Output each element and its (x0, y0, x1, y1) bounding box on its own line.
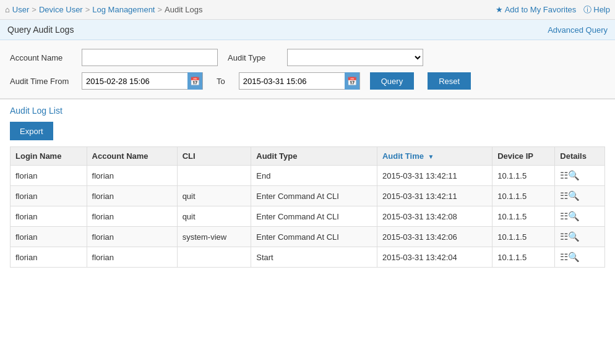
account-name-input[interactable] (82, 49, 218, 66)
topbar: ⌂ User > Device User > Log Management > … (0, 0, 615, 20)
cell-details[interactable]: ☷🔍 (555, 247, 605, 268)
help-icon: ⓘ (583, 4, 591, 15)
table-row: florianflorianquitEnter Command At CLI20… (11, 206, 605, 227)
help-link[interactable]: ⓘ Help (583, 4, 610, 15)
export-button[interactable]: Export (10, 122, 53, 140)
cell-details[interactable]: ☷🔍 (555, 227, 605, 247)
help-label: Help (593, 5, 610, 14)
col-cli: CLI (177, 147, 251, 166)
cell-audit-type: Enter Command At CLI (251, 206, 377, 227)
details-icon[interactable]: ☷🔍 (560, 231, 580, 242)
to-label: To (217, 77, 225, 86)
cell-login-name: florian (11, 247, 87, 268)
audit-time-to-input[interactable] (239, 73, 345, 89)
table-row: florianflorianStart2015-03-31 13:42:0410… (11, 247, 605, 268)
cell-details[interactable]: ☷🔍 (555, 186, 605, 206)
breadcrumb-user[interactable]: User (12, 5, 29, 14)
cell-account-name[interactable]: florian (87, 166, 177, 186)
audit-time-from-input[interactable] (82, 73, 187, 89)
cell-audit-time: 2015-03-31 13:42:06 (377, 227, 492, 247)
audit-type-select[interactable]: Start End Enter Command At CLI (287, 49, 423, 66)
filter-row-1: Account Name Audit Type Start End Enter … (10, 49, 605, 66)
cell-login-name: florian (11, 186, 87, 206)
filter-section: Account Name Audit Type Start End Enter … (0, 40, 615, 99)
query-button[interactable]: Query (370, 72, 414, 90)
table-row: florianflorianEnd2015-03-31 13:42:1110.1… (11, 166, 605, 186)
calendar-to-btn[interactable]: 📅 (345, 72, 359, 90)
details-icon[interactable]: ☷🔍 (560, 252, 580, 263)
cell-device-ip[interactable]: 10.1.1.5 (492, 166, 555, 186)
col-login-name: Login Name (11, 147, 87, 166)
table-header: Login Name Account Name CLI Audit Type A… (11, 147, 605, 166)
audit-time-from-wrap: 📅 (82, 72, 203, 90)
cell-audit-type: Enter Command At CLI (251, 186, 377, 206)
cell-device-ip[interactable]: 10.1.1.5 (492, 206, 555, 227)
col-device-ip: Device IP (492, 147, 555, 166)
add-favorites[interactable]: ★ Add to My Favorites (496, 5, 577, 14)
cell-audit-type: Enter Command At CLI (251, 227, 377, 247)
advanced-query-link[interactable]: Advanced Query (548, 25, 608, 35)
list-title: Audit Log List (10, 106, 605, 116)
cell-audit-time: 2015-03-31 13:42:11 (377, 166, 492, 186)
page-header: Query Audit Logs Advanced Query (0, 20, 615, 40)
details-icon[interactable]: ☷🔍 (560, 190, 580, 201)
col-account-name: Account Name (87, 147, 177, 166)
cell-cli (177, 247, 251, 268)
cell-audit-time: 2015-03-31 13:42:11 (377, 186, 492, 206)
calendar-from-btn[interactable]: 📅 (187, 72, 202, 90)
cell-device-ip[interactable]: 10.1.1.5 (492, 227, 555, 247)
breadcrumb-log-management[interactable]: Log Management (92, 5, 155, 14)
breadcrumb-device-user[interactable]: Device User (39, 5, 83, 14)
breadcrumb-audit-logs: Audit Logs (165, 5, 202, 14)
star-icon: ★ (496, 5, 503, 14)
audit-time-label: Audit Time From (10, 77, 72, 86)
cell-cli: quit (177, 186, 251, 206)
account-name-label: Account Name (10, 53, 72, 62)
cell-audit-type: End (251, 166, 377, 186)
audit-table: Login Name Account Name CLI Audit Type A… (10, 146, 605, 268)
cell-device-ip[interactable]: 10.1.1.5 (492, 247, 555, 268)
cell-audit-time: 2015-03-31 13:42:04 (377, 247, 492, 268)
details-icon[interactable]: ☷🔍 (560, 211, 580, 222)
cell-audit-type: Start (251, 247, 377, 268)
table-row: florianflorianquitEnter Command At CLI20… (11, 186, 605, 206)
cell-account-name[interactable]: florian (87, 247, 177, 268)
cell-login-name: florian (11, 227, 87, 247)
home-icon: ⌂ (5, 5, 10, 14)
cell-cli (177, 166, 251, 186)
topbar-right: ★ Add to My Favorites ⓘ Help (496, 4, 610, 15)
list-section: Audit Log List Export Login Name Account… (0, 99, 615, 274)
col-audit-type: Audit Type (251, 147, 377, 166)
table-row: florianfloriansystem-viewEnter Command A… (11, 227, 605, 247)
cell-login-name: florian (11, 206, 87, 227)
cell-details[interactable]: ☷🔍 (555, 166, 605, 186)
audit-type-label: Audit Type (228, 53, 277, 62)
sort-icon: ▼ (428, 153, 434, 160)
cell-account-name[interactable]: florian (87, 186, 177, 206)
cell-cli: quit (177, 206, 251, 227)
cell-login-name: florian (11, 166, 87, 186)
cell-cli: system-view (177, 227, 251, 247)
cell-device-ip[interactable]: 10.1.1.5 (492, 186, 555, 206)
filter-row-2: Audit Time From 📅 To 📅 Query Reset (10, 72, 605, 90)
details-icon[interactable]: ☷🔍 (560, 170, 580, 181)
audit-time-to-wrap: 📅 (239, 72, 360, 90)
table-body: florianflorianEnd2015-03-31 13:42:1110.1… (11, 166, 605, 268)
cell-account-name[interactable]: florian (87, 206, 177, 227)
cell-account-name[interactable]: florian (87, 227, 177, 247)
reset-button[interactable]: Reset (428, 72, 471, 90)
cell-details[interactable]: ☷🔍 (555, 206, 605, 227)
cell-audit-time: 2015-03-31 13:42:08 (377, 206, 492, 227)
breadcrumb: ⌂ User > Device User > Log Management > … (5, 5, 203, 14)
col-audit-time[interactable]: Audit Time ▼ (377, 147, 492, 166)
favorites-label: Add to My Favorites (505, 5, 577, 14)
page-title: Query Audit Logs (7, 25, 74, 35)
col-details: Details (555, 147, 605, 166)
